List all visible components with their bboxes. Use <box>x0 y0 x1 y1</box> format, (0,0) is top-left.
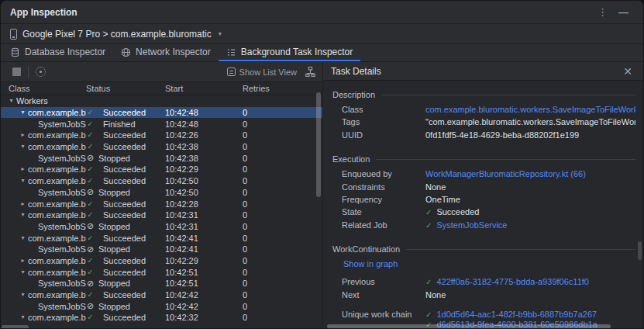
cell-status: ✓Succeeded <box>86 210 165 220</box>
status-label: Stopped <box>98 154 130 163</box>
tab-label: Network Inspector <box>136 47 211 57</box>
cell-retries: 0 <box>243 302 322 311</box>
status-label: Succeeded <box>103 176 146 185</box>
table-group-row[interactable]: ▾Workers <box>1 95 322 107</box>
column-header-start[interactable]: Start <box>165 84 243 93</box>
column-header-status[interactable]: Status <box>86 84 165 93</box>
device-process-bar[interactable]: Google Pixel 7 Pro > com.example.bluroma… <box>1 24 643 44</box>
status-label: Succeeded <box>103 142 146 151</box>
show-list-view-button[interactable]: Show List View <box>227 68 297 77</box>
show-in-graph-link[interactable]: Show in graph <box>343 259 398 268</box>
tab-network-inspector[interactable]: Network Inspector <box>113 44 219 61</box>
task-details-body: DescriptionClasscom.example.bluromatic.w… <box>323 81 643 329</box>
table-row[interactable]: ▸com.example.bl✓Succeeded10:42:290 <box>1 255 322 267</box>
table-row[interactable]: ▾com.example.bl✓Succeeded10:42:480 <box>1 107 322 119</box>
list-icon <box>226 47 236 57</box>
cell-class: ▾com.example.bl <box>1 108 86 117</box>
detail-link[interactable]: 422ff0a6-3182-4775-bdda-a939f06c11f0 <box>436 277 589 286</box>
section-rule <box>376 159 635 160</box>
chevron-down-icon[interactable]: ▾ <box>18 212 28 218</box>
detail-link[interactable]: com.example.bluromatic.workers.SaveImage… <box>425 105 635 114</box>
table-row[interactable]: ▾com.example.bl✓Succeeded10:42:380 <box>1 141 322 153</box>
table-row[interactable]: SystemJobSe⊘Stopped10:42:380 <box>1 152 322 164</box>
table-toolbar: Show List View <box>1 62 322 82</box>
cell-class: SystemJobSe <box>1 279 86 288</box>
detail-label: Tags <box>342 117 425 126</box>
tab-database-inspector[interactable]: Database Inspector <box>2 44 113 61</box>
cell-class: SystemJobSe <box>1 188 86 197</box>
chevron-down-icon[interactable]: ▾ <box>18 178 28 184</box>
table-row[interactable]: ▸com.example.bl✓Succeeded10:42:290 <box>1 164 322 175</box>
column-header-retries[interactable]: Retries <box>243 84 322 93</box>
chevron-down-icon[interactable]: ▾ <box>18 314 28 320</box>
table-row[interactable]: ▸com.example.bl✓Succeeded10:42:260 <box>1 130 322 141</box>
chevron-down-icon[interactable]: ▾ <box>18 144 28 150</box>
minimize-icon[interactable]: — <box>613 5 634 19</box>
live-capture-icon[interactable] <box>36 67 46 77</box>
cell-class: ▸com.example.bl <box>1 199 86 209</box>
cell-status: ✓Succeeded <box>86 176 165 185</box>
chevron-down-icon[interactable]: ▾ <box>18 269 28 275</box>
toolbar-separator <box>28 66 29 78</box>
chevron-right-icon[interactable]: ▸ <box>18 201 28 207</box>
detail-link[interactable]: WorkManagerBluromaticRepository.kt (66) <box>425 169 586 178</box>
table-row[interactable]: ▸com.example.bl✓Succeeded10:42:280 <box>1 198 322 210</box>
class-name: com.example.bl <box>28 234 86 243</box>
tab-background-task-inspector[interactable]: Background Task Inspector <box>219 44 361 61</box>
cell-status: ✓Succeeded <box>86 164 165 174</box>
cell-start: 10:42:28 <box>165 199 243 209</box>
class-name: SystemJobSe <box>38 222 86 231</box>
cell-start: 10:42:32 <box>165 313 243 322</box>
vertical-scrollbar[interactable] <box>316 92 321 197</box>
device-process-selector[interactable]: Google Pixel 7 Pro > com.example.bluroma… <box>22 29 212 40</box>
table-row[interactable]: ▾com.example.bl✓Succeeded10:42:510 <box>1 266 322 278</box>
chevron-down-icon[interactable]: ▾ <box>18 235 28 241</box>
graph-view-icon[interactable] <box>305 66 316 78</box>
detail-text: None <box>425 182 446 192</box>
cell-retries: 0 <box>243 188 322 197</box>
chevron-right-icon[interactable]: ▸ <box>18 258 28 264</box>
status-label: Stopped <box>98 244 130 254</box>
table-row[interactable]: SystemJobSe✓Finished10:42:480 <box>1 118 322 130</box>
class-name: com.example.bl <box>28 130 86 140</box>
detail-row: Tags"com.example.bluromatic.workers.Save… <box>332 117 635 130</box>
close-icon[interactable]: ✕ <box>620 64 635 78</box>
table-row[interactable]: ▾com.example.bl✓Succeeded10:42:500 <box>1 175 322 187</box>
success-icon: ✓ <box>425 221 432 230</box>
table-row[interactable]: ▾com.example.bl✓Succeeded10:42:420 <box>1 289 322 301</box>
table-row[interactable]: ▾com.example.bl✓Succeeded10:42:320 <box>1 312 322 324</box>
stop-inspection-icon[interactable] <box>12 68 21 76</box>
table-row[interactable]: SystemJobSe⊘Stopped10:42:410 <box>1 244 322 255</box>
success-icon: ✓ <box>86 109 95 116</box>
detail-row: Previous✓422ff0a6-3182-4775-bdda-a939f06… <box>332 277 635 289</box>
class-name: com.example.bl <box>28 256 86 265</box>
chevron-down-icon[interactable]: ▾ <box>18 292 28 298</box>
chevron-right-icon[interactable]: ▸ <box>18 166 28 172</box>
horizontal-scrollbar[interactable] <box>327 324 611 328</box>
table-row[interactable]: ▾com.example.bl✓Succeeded10:42:310 <box>1 210 322 221</box>
table-row[interactable]: SystemJobSe⊘Stopped10:42:510 <box>1 278 322 289</box>
table-row[interactable]: SystemJobSe⊘Stopped10:42:420 <box>1 300 322 312</box>
status-label: Stopped <box>98 222 130 231</box>
detail-value: OneTime <box>425 195 635 204</box>
section-title: Description <box>332 90 375 99</box>
cell-class: ▸com.example.bl <box>1 256 86 265</box>
table-row[interactable]: SystemJobSe⊘Stopped10:42:310 <box>1 221 322 233</box>
status-label: Succeeded <box>103 234 146 243</box>
chevron-down-icon[interactable]: ▾ <box>6 98 16 104</box>
column-header-class[interactable]: Class <box>1 84 86 93</box>
chevron-down-icon[interactable]: ▾ <box>219 30 222 37</box>
horizontal-scrollbar[interactable] <box>2 325 29 329</box>
chevron-right-icon[interactable]: ▸ <box>18 132 28 138</box>
detail-row: UUID0fd1fdf5-4e18-4629-beba-d88202f1e199 <box>332 130 635 143</box>
table-row[interactable]: SystemJobSe⊘Stopped10:42:500 <box>1 187 322 199</box>
detail-link[interactable]: 1d0d5d64-aac1-482f-b9bb-6887b9b7a267 <box>436 310 597 319</box>
table-row[interactable]: ▾com.example.bl✓Succeeded10:42:410 <box>1 232 322 244</box>
chevron-down-icon[interactable]: ▾ <box>18 109 28 116</box>
globe-icon <box>121 47 131 57</box>
vertical-scrollbar[interactable] <box>638 241 642 260</box>
detail-link[interactable]: SystemJobService <box>436 220 507 230</box>
class-name: com.example.bl <box>28 108 86 117</box>
kebab-menu-icon[interactable]: ⋮ <box>592 5 613 19</box>
detail-value: "com.example.bluromatic.workers.SaveImag… <box>425 117 635 126</box>
